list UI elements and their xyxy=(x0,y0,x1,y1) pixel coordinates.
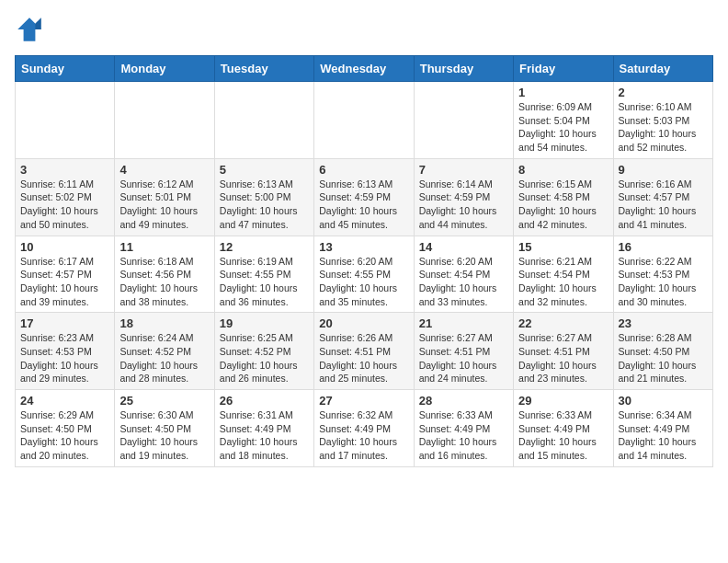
logo-icon xyxy=(15,15,44,44)
day-cell: 15Sunrise: 6:21 AM Sunset: 4:54 PM Dayli… xyxy=(514,236,613,313)
day-number: 2 xyxy=(619,86,708,99)
day-number: 26 xyxy=(220,394,309,408)
weekday-header-sunday: Sunday xyxy=(16,56,115,82)
day-cell: 16Sunrise: 6:22 AM Sunset: 4:53 PM Dayli… xyxy=(613,236,712,313)
day-number: 24 xyxy=(20,394,109,408)
day-number: 16 xyxy=(619,240,708,254)
day-cell: 23Sunrise: 6:28 AM Sunset: 4:50 PM Dayli… xyxy=(613,313,712,390)
week-row-5: 24Sunrise: 6:29 AM Sunset: 4:50 PM Dayli… xyxy=(16,390,713,467)
day-number: 18 xyxy=(119,316,209,330)
day-info: Sunrise: 6:18 AM Sunset: 4:56 PM Dayligh… xyxy=(119,255,209,309)
day-info: Sunrise: 6:22 AM Sunset: 4:53 PM Dayligh… xyxy=(619,255,708,309)
day-info: Sunrise: 6:31 AM Sunset: 4:49 PM Dayligh… xyxy=(220,408,309,463)
day-cell: 28Sunrise: 6:33 AM Sunset: 4:49 PM Dayli… xyxy=(414,390,513,467)
day-number: 3 xyxy=(20,163,109,177)
week-row-3: 10Sunrise: 6:17 AM Sunset: 4:57 PM Dayli… xyxy=(16,236,713,313)
day-info: Sunrise: 6:33 AM Sunset: 4:49 PM Dayligh… xyxy=(518,408,608,463)
day-info: Sunrise: 6:16 AM Sunset: 4:57 PM Dayligh… xyxy=(619,178,708,232)
day-cell: 26Sunrise: 6:31 AM Sunset: 4:49 PM Dayli… xyxy=(214,390,313,467)
weekday-header-saturday: Saturday xyxy=(613,56,712,82)
day-info: Sunrise: 6:15 AM Sunset: 4:58 PM Dayligh… xyxy=(518,178,608,232)
day-info: Sunrise: 6:27 AM Sunset: 4:51 PM Dayligh… xyxy=(518,331,608,385)
day-cell xyxy=(314,82,414,159)
logo xyxy=(15,15,48,44)
header xyxy=(15,15,713,44)
day-cell: 27Sunrise: 6:32 AM Sunset: 4:49 PM Dayli… xyxy=(314,390,414,467)
day-cell: 2Sunrise: 6:10 AM Sunset: 5:03 PM Daylig… xyxy=(613,82,712,159)
day-info: Sunrise: 6:33 AM Sunset: 4:49 PM Dayligh… xyxy=(419,408,508,463)
day-info: Sunrise: 6:29 AM Sunset: 4:50 PM Dayligh… xyxy=(20,408,109,463)
day-cell: 7Sunrise: 6:14 AM Sunset: 4:59 PM Daylig… xyxy=(414,158,513,236)
day-cell: 22Sunrise: 6:27 AM Sunset: 4:51 PM Dayli… xyxy=(514,313,613,390)
day-number: 21 xyxy=(419,316,508,330)
day-info: Sunrise: 6:10 AM Sunset: 5:03 PM Dayligh… xyxy=(619,100,708,155)
day-cell: 24Sunrise: 6:29 AM Sunset: 4:50 PM Dayli… xyxy=(16,390,115,467)
day-info: Sunrise: 6:12 AM Sunset: 5:01 PM Dayligh… xyxy=(119,178,209,232)
day-info: Sunrise: 6:30 AM Sunset: 4:50 PM Dayligh… xyxy=(119,408,209,463)
day-number: 7 xyxy=(419,163,508,177)
weekday-header-thursday: Thursday xyxy=(414,56,513,82)
day-info: Sunrise: 6:34 AM Sunset: 4:49 PM Dayligh… xyxy=(619,408,708,463)
day-cell: 25Sunrise: 6:30 AM Sunset: 4:50 PM Dayli… xyxy=(115,390,214,467)
day-cell: 8Sunrise: 6:15 AM Sunset: 4:58 PM Daylig… xyxy=(514,158,613,236)
day-number: 27 xyxy=(319,394,408,408)
day-cell: 19Sunrise: 6:25 AM Sunset: 4:52 PM Dayli… xyxy=(214,313,313,390)
day-number: 15 xyxy=(518,240,608,254)
day-cell xyxy=(16,82,115,159)
week-row-2: 3Sunrise: 6:11 AM Sunset: 5:02 PM Daylig… xyxy=(16,158,713,236)
day-info: Sunrise: 6:32 AM Sunset: 4:49 PM Dayligh… xyxy=(319,408,408,463)
day-number: 28 xyxy=(419,394,508,408)
weekday-header-row: SundayMondayTuesdayWednesdayThursdayFrid… xyxy=(16,56,713,82)
day-cell xyxy=(214,82,313,159)
day-info: Sunrise: 6:21 AM Sunset: 4:54 PM Dayligh… xyxy=(518,255,608,309)
day-cell: 17Sunrise: 6:23 AM Sunset: 4:53 PM Dayli… xyxy=(16,313,115,390)
day-info: Sunrise: 6:13 AM Sunset: 5:00 PM Dayligh… xyxy=(220,178,309,232)
day-cell: 30Sunrise: 6:34 AM Sunset: 4:49 PM Dayli… xyxy=(613,390,712,467)
day-cell: 10Sunrise: 6:17 AM Sunset: 4:57 PM Dayli… xyxy=(16,236,115,313)
day-number: 14 xyxy=(419,240,508,254)
day-info: Sunrise: 6:20 AM Sunset: 4:55 PM Dayligh… xyxy=(319,255,408,309)
day-info: Sunrise: 6:20 AM Sunset: 4:54 PM Dayligh… xyxy=(419,255,508,309)
day-number: 8 xyxy=(518,163,608,177)
day-info: Sunrise: 6:26 AM Sunset: 4:51 PM Dayligh… xyxy=(319,331,408,385)
svg-marker-1 xyxy=(35,17,40,29)
day-cell: 5Sunrise: 6:13 AM Sunset: 5:00 PM Daylig… xyxy=(214,158,313,236)
day-cell xyxy=(115,82,214,159)
day-cell xyxy=(414,82,513,159)
day-number: 4 xyxy=(119,163,209,177)
day-number: 1 xyxy=(518,86,608,99)
day-number: 29 xyxy=(518,394,608,408)
day-cell: 1Sunrise: 6:09 AM Sunset: 5:04 PM Daylig… xyxy=(514,82,613,159)
day-info: Sunrise: 6:24 AM Sunset: 4:52 PM Dayligh… xyxy=(119,331,209,385)
day-number: 11 xyxy=(119,240,209,254)
day-cell: 11Sunrise: 6:18 AM Sunset: 4:56 PM Dayli… xyxy=(115,236,214,313)
day-info: Sunrise: 6:17 AM Sunset: 4:57 PM Dayligh… xyxy=(20,255,109,309)
day-info: Sunrise: 6:19 AM Sunset: 4:55 PM Dayligh… xyxy=(220,255,309,309)
weekday-header-wednesday: Wednesday xyxy=(314,56,414,82)
day-info: Sunrise: 6:27 AM Sunset: 4:51 PM Dayligh… xyxy=(419,331,508,385)
day-cell: 6Sunrise: 6:13 AM Sunset: 4:59 PM Daylig… xyxy=(314,158,414,236)
day-number: 23 xyxy=(619,316,708,330)
day-number: 22 xyxy=(518,316,608,330)
day-number: 12 xyxy=(220,240,309,254)
day-number: 19 xyxy=(220,316,309,330)
day-number: 30 xyxy=(619,394,708,408)
day-number: 17 xyxy=(20,316,109,330)
day-cell: 29Sunrise: 6:33 AM Sunset: 4:49 PM Dayli… xyxy=(514,390,613,467)
day-cell: 3Sunrise: 6:11 AM Sunset: 5:02 PM Daylig… xyxy=(16,158,115,236)
day-number: 6 xyxy=(319,163,408,177)
day-info: Sunrise: 6:25 AM Sunset: 4:52 PM Dayligh… xyxy=(220,331,309,385)
day-number: 9 xyxy=(619,163,708,177)
week-row-1: 1Sunrise: 6:09 AM Sunset: 5:04 PM Daylig… xyxy=(16,82,713,159)
day-cell: 18Sunrise: 6:24 AM Sunset: 4:52 PM Dayli… xyxy=(115,313,214,390)
day-cell: 20Sunrise: 6:26 AM Sunset: 4:51 PM Dayli… xyxy=(314,313,414,390)
day-number: 20 xyxy=(319,316,408,330)
day-info: Sunrise: 6:11 AM Sunset: 5:02 PM Dayligh… xyxy=(20,178,109,232)
day-cell: 21Sunrise: 6:27 AM Sunset: 4:51 PM Dayli… xyxy=(414,313,513,390)
day-info: Sunrise: 6:23 AM Sunset: 4:53 PM Dayligh… xyxy=(20,331,109,385)
week-row-4: 17Sunrise: 6:23 AM Sunset: 4:53 PM Dayli… xyxy=(16,313,713,390)
day-info: Sunrise: 6:28 AM Sunset: 4:50 PM Dayligh… xyxy=(619,331,708,385)
weekday-header-monday: Monday xyxy=(115,56,214,82)
day-number: 5 xyxy=(220,163,309,177)
day-number: 13 xyxy=(319,240,408,254)
